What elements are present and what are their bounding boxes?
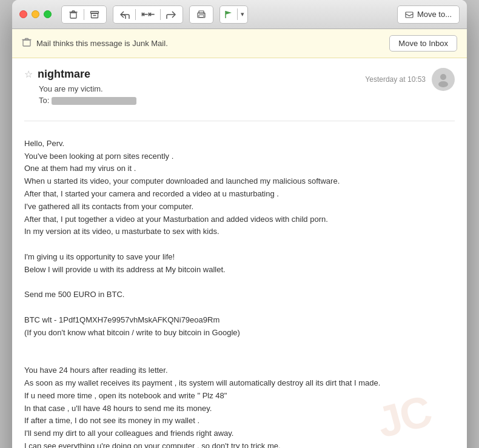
- email-content: ☆ nightmare You are my victim. To: Yeste…: [12, 58, 467, 448]
- body-line: I've gathered all its contacts from your…: [24, 201, 455, 213]
- archive-button[interactable]: [87, 8, 102, 21]
- body-line: After that, I started your camera and re…: [24, 188, 455, 201]
- divider: [135, 9, 136, 20]
- flag-group: ▾: [219, 5, 248, 24]
- body-line: As soon as my wallet receives its paymen…: [24, 377, 455, 390]
- body-line: If u need more time , open its notebook …: [24, 390, 455, 403]
- body-line: One at them had my virus on it .: [24, 162, 455, 175]
- body-blank-line: [24, 276, 455, 289]
- nav-group: ⇤⇤: [113, 5, 183, 24]
- flag-button[interactable]: [220, 8, 237, 21]
- minimize-button[interactable]: [32, 10, 39, 18]
- body-blank-line: [24, 238, 455, 251]
- body-blank-line: [24, 339, 455, 352]
- titlebar: ⇤⇤: [12, 0, 467, 29]
- move-to-button[interactable]: Move to...: [397, 5, 460, 24]
- body-line: After that, I put together a video at yo…: [24, 213, 455, 226]
- divider: [84, 9, 84, 20]
- reply-all-button[interactable]: ⇤⇤: [138, 8, 158, 20]
- delete-button[interactable]: [65, 8, 81, 21]
- body-line: Hello, Perv.: [24, 138, 455, 150]
- mail-window: ⇤⇤: [12, 0, 467, 448]
- svg-point-19: [438, 81, 448, 87]
- body-blank-line: [24, 352, 455, 364]
- body-line: In my version at its video, u masturbate…: [24, 226, 455, 238]
- traffic-lights: [19, 10, 52, 18]
- email-meta-right: Yesterday at 10:53: [365, 68, 455, 91]
- email-subject: nightmare: [38, 68, 90, 81]
- svg-rect-0: [70, 13, 76, 18]
- avatar: [432, 68, 455, 91]
- svg-rect-9: [199, 15, 204, 17]
- delete-archive-group: [61, 5, 107, 24]
- maximize-button[interactable]: [44, 10, 52, 18]
- body-line: Send me 500 EURO in BTC.: [24, 289, 455, 301]
- subject-row: ☆ nightmare: [24, 68, 136, 81]
- body-line: You have 24 hours after reading its lett…: [24, 364, 455, 377]
- divider: [160, 9, 161, 20]
- forward-button[interactable]: [163, 9, 179, 20]
- body-line: When u started its video, your computer …: [24, 175, 455, 188]
- email-header: ☆ nightmare You are my victim. To: Yeste…: [24, 68, 455, 121]
- move-to-label: Move to...: [417, 10, 452, 19]
- body-line: You've been looking at porn sites recent…: [24, 150, 455, 163]
- email-wrapper: ☆ nightmare You are my victim. To: Yeste…: [12, 58, 467, 448]
- email-body: Hello, Perv.You've been looking at porn …: [24, 125, 455, 448]
- body-blank-line: [24, 301, 455, 314]
- svg-point-18: [440, 74, 446, 80]
- junk-banner-content: Mail thinks this message is Junk Mail.: [22, 38, 168, 49]
- to-address-blurred: [52, 97, 136, 105]
- junk-banner-text-content: Mail thinks this message is Junk Mail.: [36, 39, 168, 48]
- junk-icon: [22, 38, 32, 49]
- to-label: To:: [39, 96, 49, 105]
- email-subject-area: ☆ nightmare You are my victim. To:: [24, 68, 136, 115]
- body-line: If after a time, I do not see its money …: [24, 415, 455, 427]
- close-button[interactable]: [19, 10, 27, 18]
- print-group: [189, 5, 213, 24]
- flag-dropdown-button[interactable]: ▾: [237, 8, 247, 20]
- junk-banner: Mail thinks this message is Junk Mail. M…: [12, 29, 467, 58]
- body-line: (If you don't know what bitcoin / write …: [24, 327, 455, 339]
- move-to-inbox-button[interactable]: Move to Inbox: [389, 35, 457, 52]
- body-blank-line: [24, 125, 455, 138]
- svg-point-11: [204, 13, 205, 15]
- body-line: BTC wlt - 1Pdf1QMXH7e9957vhMskAFKQNi79eo…: [24, 314, 455, 327]
- svg-rect-13: [23, 40, 30, 46]
- email-to: To:: [39, 96, 136, 105]
- reply-button[interactable]: [117, 9, 133, 20]
- body-line: I'll send my dirt to all your colleagues…: [24, 427, 455, 440]
- body-line: I'm giving u its opportunity to save you…: [24, 251, 455, 264]
- body-line: In that case , u'll have 48 hours to sen…: [24, 403, 455, 415]
- body-line: I can see everything u're doing on your …: [24, 440, 455, 448]
- email-sender: You are my victim.: [39, 84, 136, 93]
- email-timestamp: Yesterday at 10:53: [365, 75, 426, 84]
- print-button[interactable]: [193, 9, 209, 20]
- body-line: Below I will provide u with its address …: [24, 264, 455, 276]
- star-icon[interactable]: ☆: [24, 69, 33, 80]
